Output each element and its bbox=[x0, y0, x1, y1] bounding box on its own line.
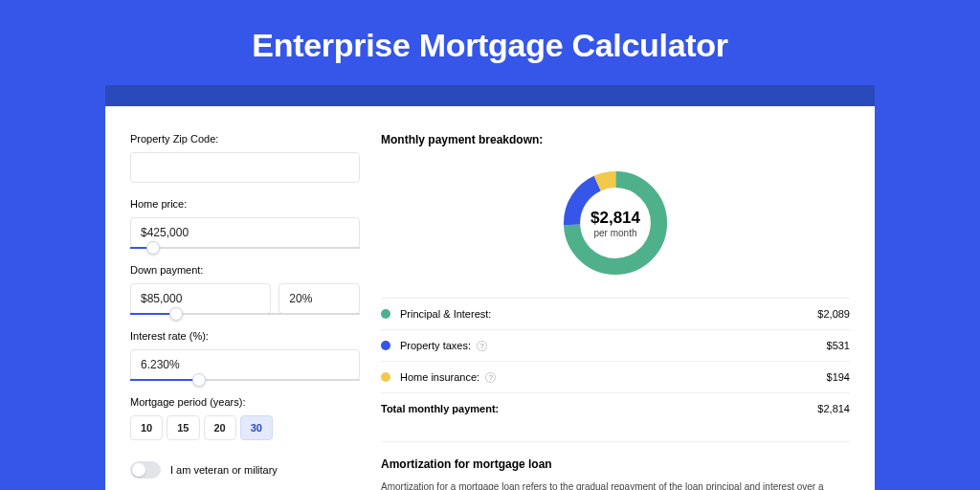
period-button-30[interactable]: 30 bbox=[240, 415, 273, 440]
donut-chart-wrap: $2,814 per month bbox=[381, 158, 850, 298]
period-buttons: 10152030 bbox=[130, 415, 360, 440]
home-price-slider[interactable] bbox=[130, 247, 360, 249]
interest-label: Interest rate (%): bbox=[130, 330, 360, 342]
down-payment-field: Down payment: bbox=[130, 264, 360, 315]
help-icon[interactable]: ? bbox=[477, 341, 487, 351]
total-label: Total monthly payment: bbox=[381, 403, 817, 414]
legend-dot bbox=[381, 372, 390, 382]
interest-field: Interest rate (%): bbox=[130, 330, 360, 381]
header-accent-bar bbox=[105, 85, 875, 106]
legend-dot bbox=[381, 309, 390, 319]
home-price-input[interactable] bbox=[130, 217, 360, 248]
amortization-body: Amortization for a mortgage loan refers … bbox=[381, 480, 850, 490]
donut-value: $2,814 bbox=[590, 209, 640, 228]
slider-thumb[interactable] bbox=[146, 241, 160, 255]
slider-thumb[interactable] bbox=[192, 373, 206, 387]
period-field: Mortgage period (years): 10152030 bbox=[130, 396, 360, 440]
donut-chart: $2,814 per month bbox=[558, 166, 673, 280]
home-price-field: Home price: bbox=[130, 198, 360, 249]
legend-row: Property taxes:?$531 bbox=[381, 330, 850, 362]
legend-label: Principal & Interest: bbox=[400, 308, 817, 320]
zip-input[interactable] bbox=[130, 152, 360, 183]
amortization-title: Amortization for mortgage loan bbox=[381, 457, 850, 471]
total-value: $2,814 bbox=[817, 403, 850, 414]
toggle-knob bbox=[132, 463, 145, 477]
legend-dot bbox=[381, 341, 390, 350]
legend-value: $194 bbox=[827, 371, 850, 383]
period-button-10[interactable]: 10 bbox=[130, 415, 163, 440]
total-row: Total monthly payment: $2,814 bbox=[381, 393, 850, 424]
legend-label: Home insurance:? bbox=[400, 371, 827, 383]
veteran-row: I am veteran or military bbox=[130, 461, 360, 479]
interest-input[interactable] bbox=[130, 349, 360, 380]
veteran-toggle[interactable] bbox=[130, 461, 161, 479]
down-payment-pct-input[interactable] bbox=[278, 283, 360, 314]
legend-row: Principal & Interest:$2,089 bbox=[381, 299, 850, 330]
down-payment-label: Down payment: bbox=[130, 264, 360, 276]
page-title: Enterprise Mortgage Calculator bbox=[0, 0, 980, 85]
amortization-section: Amortization for mortgage loan Amortizat… bbox=[381, 441, 850, 490]
period-button-20[interactable]: 20 bbox=[204, 415, 236, 440]
legend: Principal & Interest:$2,089Property taxe… bbox=[381, 298, 850, 393]
help-icon[interactable]: ? bbox=[485, 372, 496, 383]
donut-sub: per month bbox=[593, 228, 636, 238]
slider-fill bbox=[130, 379, 199, 381]
zip-label: Property Zip Code: bbox=[130, 133, 360, 145]
results-panel: Monthly payment breakdown: $2,814 per mo… bbox=[381, 133, 850, 490]
inputs-panel: Property Zip Code: Home price: Down paym… bbox=[130, 133, 360, 490]
legend-value: $531 bbox=[827, 340, 850, 351]
period-label: Mortgage period (years): bbox=[130, 396, 360, 408]
donut-center: $2,814 per month bbox=[558, 166, 673, 280]
down-payment-input[interactable] bbox=[130, 283, 271, 314]
interest-slider[interactable] bbox=[130, 379, 360, 381]
home-price-label: Home price: bbox=[130, 198, 360, 210]
veteran-label: I am veteran or military bbox=[170, 464, 278, 476]
legend-label: Property taxes:? bbox=[400, 340, 827, 351]
legend-value: $2,089 bbox=[817, 308, 850, 320]
breakdown-title: Monthly payment breakdown: bbox=[381, 133, 850, 146]
slider-thumb[interactable] bbox=[169, 307, 183, 321]
zip-field: Property Zip Code: bbox=[130, 133, 360, 183]
period-button-15[interactable]: 15 bbox=[167, 415, 199, 440]
legend-row: Home insurance:?$194 bbox=[381, 362, 850, 393]
calculator-card: Property Zip Code: Home price: Down paym… bbox=[105, 106, 875, 490]
down-payment-slider[interactable] bbox=[130, 313, 360, 315]
